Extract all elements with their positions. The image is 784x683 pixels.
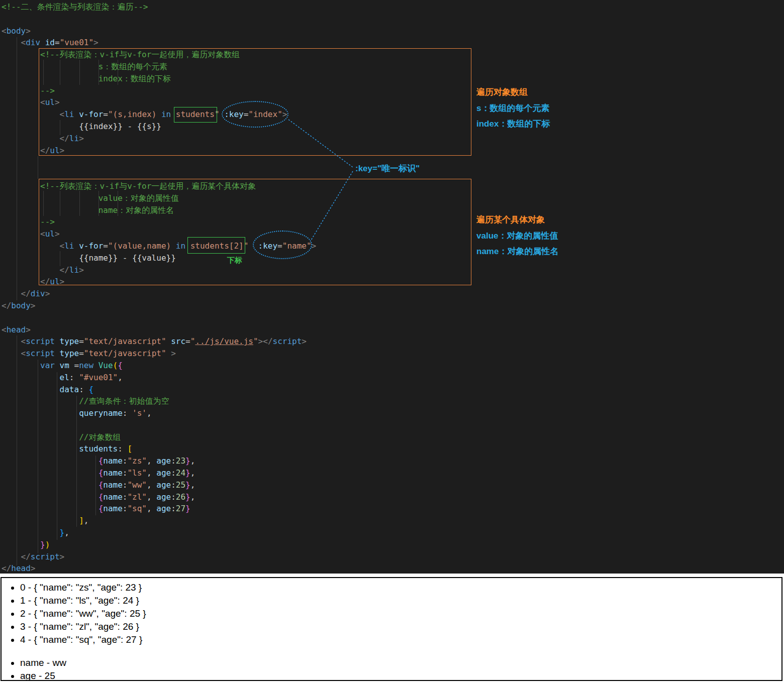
code-line: //对象数组 <box>2 431 316 443</box>
annotation-title: 遍历某个具体对象 <box>476 212 657 228</box>
rendered-list-item: 3 - { "name": "zl", "age": 26 } <box>20 620 781 633</box>
code-line: }) <box>2 539 316 551</box>
rendered-list-item: 1 - { "name": "ls", "age": 24 } <box>20 594 781 607</box>
code-token: "zl" <box>127 492 147 502</box>
code-token: : <box>171 480 176 490</box>
code-token: : <box>171 456 176 466</box>
code-token: , <box>147 480 156 490</box>
code-token: students <box>79 444 118 453</box>
code-token <box>55 361 60 370</box>
indent <box>2 229 40 239</box>
indent <box>2 552 21 561</box>
code-token: name <box>103 492 123 502</box>
code-token: , <box>64 528 69 537</box>
annotation-line: name：对象的属性名 <box>476 244 657 260</box>
code-token: > <box>171 349 176 358</box>
code-token: } <box>60 528 65 537</box>
code-token: : <box>118 444 127 453</box>
annotation-title: 遍历对象数组 <box>476 84 657 100</box>
code-token: script <box>26 336 55 346</box>
code-line: </div> <box>2 288 316 300</box>
code-line <box>2 156 316 168</box>
code-token: age <box>156 504 171 513</box>
code-line: {name:"ww", age:25}, <box>2 479 316 491</box>
code-token: : <box>171 504 176 513</box>
code-token: { <box>99 468 104 478</box>
code-token: = <box>55 38 60 47</box>
code-line: data: { <box>2 384 316 396</box>
code-token: new <box>79 361 93 370</box>
code-line <box>2 312 316 324</box>
code-token: { <box>99 492 104 502</box>
code-token: "text/javascript" <box>84 349 166 358</box>
indent <box>2 492 99 502</box>
code-token: script <box>273 336 302 346</box>
indent <box>2 86 40 95</box>
code-line <box>2 13 316 25</box>
code-token: age <box>156 468 171 478</box>
rendered-list-item: 0 - { "name": "zs", "age": 23 } <box>20 581 781 594</box>
key-annotation: :key="唯一标识" <box>355 164 420 174</box>
code-token: < <box>2 26 7 36</box>
indent <box>2 336 21 346</box>
code-line <box>2 419 316 431</box>
code-line: <body> <box>2 25 316 37</box>
indent <box>2 361 40 370</box>
code-token: { <box>99 480 104 490</box>
code-token: body <box>11 301 31 310</box>
rendered-output: 0 - { "name": "zs", "age": 23 } 1 - { "n… <box>1 577 782 681</box>
code-token: , <box>147 456 156 466</box>
indent <box>2 456 99 466</box>
code-token: </ <box>263 336 272 346</box>
code-line: {name:"sq", age:27} <box>2 503 316 515</box>
code-token: [ <box>127 444 132 453</box>
indent <box>2 432 79 442</box>
code-token: > <box>31 301 36 310</box>
code-line: </head> <box>2 562 316 574</box>
code-token: ) <box>45 540 50 549</box>
code-token: vm <box>60 361 69 370</box>
code-token: div <box>31 289 45 298</box>
code-line: }, <box>2 527 316 539</box>
code-token: "text/javascript" <box>84 336 166 346</box>
code-token: } <box>185 492 190 502</box>
code-token: 's' <box>132 408 147 418</box>
indent <box>2 349 21 358</box>
code-token: queryname <box>79 408 123 418</box>
indent <box>2 289 21 298</box>
code-token: < <box>21 38 26 47</box>
code-token: : <box>171 492 176 502</box>
code-token: name <box>103 456 123 466</box>
code-token: , <box>118 373 123 382</box>
code-token: "vue01" <box>60 38 93 47</box>
indent <box>2 516 79 525</box>
code-token: </ <box>21 289 31 298</box>
code-token: } <box>185 480 190 490</box>
rendered-list-item: 2 - { "name": "ww", "age": 25 } <box>20 607 781 620</box>
code-token: <!--二、条件渲染与列表渲染：遍历--> <box>2 2 148 12</box>
code-line: <head> <box>2 324 316 336</box>
code-token: //对象数组 <box>79 432 121 442</box>
code-token <box>40 38 45 47</box>
code-line: students: [ <box>2 443 316 455</box>
code-token: , <box>147 468 156 478</box>
code-token: 24 <box>176 468 185 478</box>
rendered-list-item: age - 25 <box>20 669 781 682</box>
code-token <box>55 336 60 346</box>
code-token: : <box>123 408 132 418</box>
code-token: > <box>45 289 50 298</box>
code-token: body <box>7 26 26 36</box>
code-token: > <box>302 336 307 346</box>
code-token: , <box>84 516 89 525</box>
code-token: var <box>40 361 55 370</box>
array-loop-annotation: 遍历对象数组 s：数组的每个元素 index：数组的下标 <box>476 84 657 132</box>
code-token: < <box>21 336 26 346</box>
code-token: </ <box>21 552 31 561</box>
code-token: head <box>11 563 31 573</box>
code-token: script <box>31 552 60 561</box>
vue-js-link[interactable]: ../js/vue.js <box>195 336 253 346</box>
code-token: </ <box>2 563 11 573</box>
code-token: head <box>7 325 26 334</box>
code-token: } <box>185 504 190 513</box>
code-token: > <box>26 26 31 36</box>
